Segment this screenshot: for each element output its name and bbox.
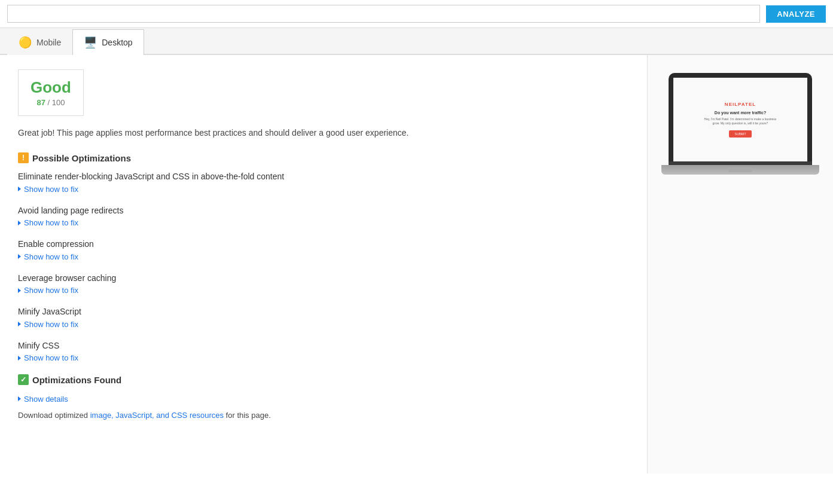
show-howto-label-1: Show how to fix: [24, 185, 78, 194]
optimizations-found-title: Optimizations Found: [32, 375, 121, 385]
laptop-mockup: NEILPATEL Do you want more traffic? Hey,…: [669, 73, 812, 175]
possible-optimizations-title: Possible Optimizations: [32, 153, 131, 163]
show-howto-link-3[interactable]: Show how to fix: [18, 252, 78, 261]
site-preview: NEILPATEL Do you want more traffic? Hey,…: [673, 78, 807, 161]
site-subtext: Hey, I'm Neil Patel. I'm determined to m…: [704, 117, 777, 126]
arrow-icon-5: [18, 322, 21, 326]
show-howto-link-6[interactable]: Show how to fix: [18, 353, 78, 362]
laptop-screen-inner: NEILPATEL Do you want more traffic? Hey,…: [673, 78, 807, 161]
optimization-item-2: Avoid landing page redirects Show how to…: [18, 206, 629, 228]
optimization-title-5: Minify JavaScript: [18, 307, 629, 316]
optimization-title-3: Enable compression: [18, 239, 629, 249]
optimization-item-5: Minify JavaScript Show how to fix: [18, 307, 629, 329]
show-howto-label-6: Show how to fix: [24, 353, 78, 362]
download-suffix: for this page.: [226, 411, 271, 420]
score-number: 87: [36, 98, 45, 107]
download-link[interactable]: image, JavaScript, and CSS resources: [90, 411, 224, 420]
show-howto-link-2[interactable]: Show how to fix: [18, 218, 78, 227]
optimization-item-4: Leverage browser caching Show how to fix: [18, 273, 629, 295]
site-cta-button: SUBMIT: [729, 130, 752, 138]
description-text: Great job! This page applies most perfor…: [18, 127, 629, 139]
show-howto-label-4: Show how to fix: [24, 286, 78, 295]
laptop-base: [661, 165, 819, 175]
optimization-item-6: Minify CSS Show how to fix: [18, 341, 629, 363]
optimization-item-1: Eliminate render-blocking JavaScript and…: [18, 172, 629, 194]
show-details-link[interactable]: Show details: [18, 395, 68, 404]
mobile-icon: 🟡: [19, 36, 32, 49]
laptop-screen-outer: NEILPATEL Do you want more traffic? Hey,…: [669, 73, 812, 161]
show-howto-link-4[interactable]: Show how to fix: [18, 286, 78, 295]
arrow-icon-4: [18, 288, 21, 293]
site-logo: NEILPATEL: [725, 102, 756, 107]
score-value: 87 / 100: [30, 98, 71, 107]
tabs-section: 🟡 Mobile 🖥️ Desktop: [0, 28, 833, 55]
optimizations-found-section: ✓ Optimizations Found Show details Downl…: [18, 374, 629, 420]
show-howto-label-5: Show how to fix: [24, 320, 78, 329]
show-details-label: Show details: [24, 395, 68, 404]
show-howto-label-2: Show how to fix: [24, 218, 78, 227]
possible-optimizations-section: ! Possible Optimizations Eliminate rende…: [18, 152, 629, 362]
tab-mobile-label: Mobile: [36, 38, 61, 47]
show-howto-link-1[interactable]: Show how to fix: [18, 185, 78, 194]
tab-mobile[interactable]: 🟡 Mobile: [7, 29, 72, 55]
laptop-trackpad: [728, 167, 752, 172]
check-icon: ✓: [18, 374, 29, 385]
score-out-of: / 100: [48, 98, 65, 107]
download-text: Download optimized image, JavaScript, an…: [18, 411, 629, 420]
tab-desktop[interactable]: 🖥️ Desktop: [72, 29, 144, 55]
show-howto-link-5[interactable]: Show how to fix: [18, 320, 78, 329]
score-label: Good: [30, 78, 71, 97]
optimizations-found-header: ✓ Optimizations Found: [18, 374, 629, 385]
arrow-icon-details: [18, 396, 21, 401]
site-headline: Do you want more traffic?: [715, 111, 766, 115]
arrow-icon-1: [18, 187, 21, 191]
optimization-title-6: Minify CSS: [18, 341, 629, 350]
desktop-icon: 🖥️: [84, 36, 97, 49]
main-layout: Good 87 / 100 Great job! This page appli…: [0, 55, 833, 474]
warning-icon: !: [18, 152, 29, 163]
url-bar-section: http://neilpatel.com/ ANALYZE: [0, 0, 833, 28]
optimization-title-2: Avoid landing page redirects: [18, 206, 629, 215]
download-prefix: Download optimized: [18, 411, 88, 420]
optimization-title-1: Eliminate render-blocking JavaScript and…: [18, 172, 629, 181]
analyze-button[interactable]: ANALYZE: [766, 5, 826, 23]
optimization-item-3: Enable compression Show how to fix: [18, 239, 629, 261]
score-box: Good 87 / 100: [18, 69, 84, 116]
arrow-icon-3: [18, 254, 21, 259]
arrow-icon-6: [18, 356, 21, 361]
left-panel: Good 87 / 100 Great job! This page appli…: [0, 55, 648, 474]
arrow-icon-2: [18, 221, 21, 225]
optimization-title-4: Leverage browser caching: [18, 273, 629, 283]
right-panel: NEILPATEL Do you want more traffic? Hey,…: [648, 55, 833, 474]
url-input[interactable]: http://neilpatel.com/: [7, 5, 760, 23]
tab-desktop-label: Desktop: [102, 38, 132, 47]
show-howto-label-3: Show how to fix: [24, 252, 78, 261]
possible-optimizations-header: ! Possible Optimizations: [18, 152, 629, 163]
